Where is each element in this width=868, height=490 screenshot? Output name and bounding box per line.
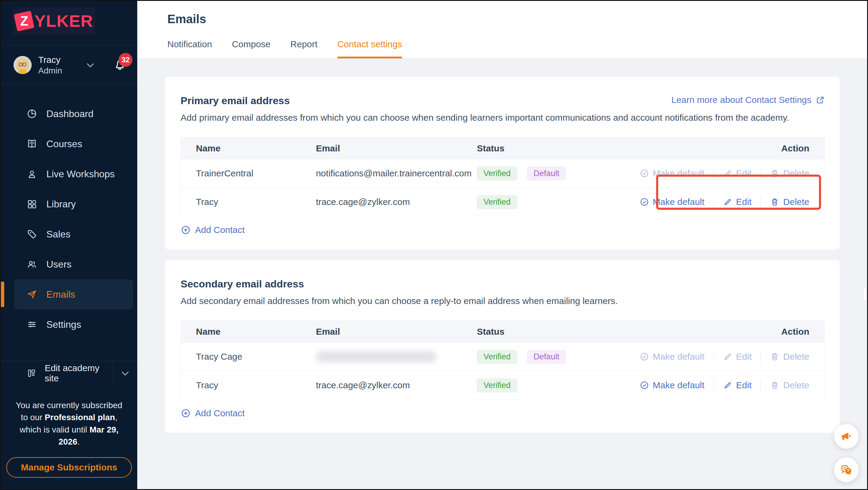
sidebar-item-sales[interactable]: Sales — [1, 219, 137, 249]
manage-subscriptions-button[interactable]: Manage Subscriptions — [6, 457, 131, 478]
primary-section-title: Primary email address — [181, 95, 290, 106]
contact-email: trace.cage@zylker.com — [316, 188, 477, 216]
edit-button[interactable]: Edit — [723, 351, 752, 362]
secondary-contacts-table: Name Email Status Action Tracy Cage Veri… — [181, 320, 825, 400]
tab-report[interactable]: Report — [290, 39, 317, 58]
column-header-email: Email — [316, 137, 477, 159]
make-default-button[interactable]: Make default — [640, 197, 705, 207]
user-name: Tracy — [38, 54, 62, 66]
sidebar-item-label: Settings — [46, 319, 81, 330]
app-window: Z YLKER Tracy Admin — [0, 0, 868, 490]
make-default-button[interactable]: Make default — [640, 380, 705, 390]
help-fab[interactable]: ? — [834, 458, 859, 482]
trash-icon — [770, 352, 779, 362]
trash-icon — [770, 380, 779, 390]
user-profile-row[interactable]: Tracy Admin 32 — [1, 46, 137, 84]
sidebar-item-label: Sales — [46, 229, 70, 240]
secondary-section-title: Secondary email address — [181, 278, 304, 290]
logo-row: Z YLKER — [1, 1, 137, 46]
sidebar-item-settings[interactable]: Settings — [1, 309, 137, 339]
delete-button[interactable]: Delete — [770, 197, 809, 207]
chevron-down-icon — [120, 368, 131, 379]
tab-contact-settings[interactable]: Contact settings — [337, 39, 402, 58]
primary-section-description: Add primary email addresses from which y… — [181, 113, 825, 123]
tab-notification[interactable]: Notification — [167, 39, 212, 58]
edit-button[interactable]: Edit — [723, 380, 752, 390]
primary-contacts-table: Name Email Status Action TrainerCentral … — [181, 137, 825, 216]
status-badge-verified: Verified — [477, 378, 517, 393]
delete-button[interactable]: Delete — [770, 380, 809, 390]
announcements-fab[interactable] — [834, 424, 859, 449]
add-contact-button[interactable]: Add Contact — [181, 225, 245, 235]
contact-name: TrainerCentral — [181, 159, 316, 188]
column-header-action: Action — [638, 137, 824, 159]
sidebar-item-live-workshops[interactable]: Live Workshops — [1, 159, 137, 189]
sidebar-nav: Dashboard Courses Live Workshops Library… — [1, 84, 137, 339]
delete-button[interactable]: Delete — [770, 351, 809, 362]
pencil-icon — [723, 352, 733, 362]
users-icon — [27, 259, 37, 270]
subscription-info: You are currently subscribed to our Prof… — [1, 386, 137, 448]
column-header-email: Email — [316, 321, 477, 342]
trash-icon — [770, 197, 779, 207]
paper-plane-icon — [27, 289, 37, 300]
sidebar-item-emails[interactable]: Emails — [14, 279, 133, 309]
edit-button[interactable]: Edit — [723, 168, 752, 179]
sidebar-item-dashboard[interactable]: Dashboard — [1, 99, 137, 129]
site-layout-icon — [27, 368, 36, 378]
page-header: Emails Notification Compose Report Conta… — [137, 1, 867, 59]
secondary-email-card: Secondary email address Add secondary em… — [165, 260, 840, 433]
presenter-icon — [27, 169, 37, 179]
page-title: Emails — [167, 1, 867, 26]
tag-icon — [27, 229, 37, 240]
sidebar-item-users[interactable]: Users — [1, 249, 137, 279]
edit-academy-site-button[interactable]: Edit academy site — [1, 361, 113, 386]
sidebar-item-library[interactable]: Library — [1, 189, 137, 219]
table-row: Tracy Cage Verified Default Mak — [181, 342, 825, 371]
pencil-icon — [723, 169, 733, 178]
status-badge-verified: Verified — [477, 195, 517, 209]
learn-more-label: Learn more about Contact Settings — [672, 95, 811, 105]
add-contact-button[interactable]: Add Contact — [181, 408, 245, 418]
scrollbar-thumb[interactable] — [863, 287, 867, 301]
sidebar-item-label: Dashboard — [46, 109, 94, 120]
chevron-down-icon[interactable] — [85, 60, 96, 70]
megaphone-icon — [839, 429, 853, 443]
contact-email: notifications@mailer.trainercentral.com — [316, 159, 477, 188]
status-badge-verified: Verified — [477, 166, 517, 181]
delete-button[interactable]: Delete — [770, 168, 809, 179]
sidebar-bottom: Edit academy site You are currently subs… — [1, 361, 137, 489]
edit-site-expand-button[interactable] — [113, 361, 137, 386]
tab-compose[interactable]: Compose — [232, 39, 270, 58]
column-header-action: Action — [638, 321, 824, 342]
column-header-name: Name — [181, 321, 316, 342]
help-chat-icon: ? — [839, 463, 853, 477]
make-default-button[interactable]: Make default — [640, 351, 705, 362]
contact-name: Tracy — [181, 188, 316, 216]
pencil-icon — [723, 380, 733, 390]
grid-icon — [27, 198, 37, 210]
primary-email-card: Primary email address Learn more about C… — [165, 77, 840, 249]
notifications-button[interactable]: 32 — [113, 58, 126, 72]
sidebar-item-courses[interactable]: Courses — [1, 129, 137, 159]
column-header-name: Name — [181, 137, 316, 159]
plus-circle-icon — [181, 408, 191, 418]
pencil-icon — [723, 197, 733, 207]
user-role: Admin — [38, 65, 62, 76]
add-contact-label: Add Contact — [195, 408, 245, 418]
status-badge-default: Default — [527, 166, 566, 181]
column-header-status: Status — [477, 321, 638, 342]
trash-icon — [770, 169, 779, 178]
sidebar-item-label: Courses — [46, 139, 82, 150]
edit-academy-site-label: Edit academy site — [44, 363, 113, 384]
pie-chart-icon — [27, 109, 37, 119]
svg-text:?: ? — [847, 468, 850, 473]
learn-more-link[interactable]: Learn more about Contact Settings — [672, 95, 825, 105]
check-circle-icon — [640, 197, 649, 207]
zylker-logo[interactable]: Z YLKER — [13, 7, 95, 35]
sidebar-item-label: Live Workshops — [46, 169, 115, 180]
add-contact-label: Add Contact — [195, 225, 245, 235]
edit-button[interactable]: Edit — [723, 197, 752, 207]
check-circle-icon — [640, 380, 649, 390]
make-default-button[interactable]: Make default — [640, 168, 705, 179]
